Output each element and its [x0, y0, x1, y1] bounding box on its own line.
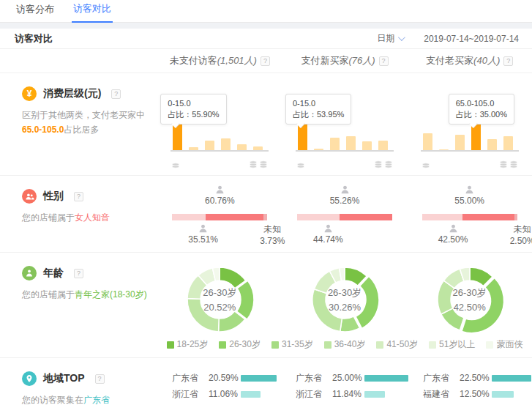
column-header-new-buyers: 支付新买家(76人)? — [282, 54, 408, 67]
gender-stacked-bar[interactable]: 55.26% 44.74% 未知 — [297, 185, 392, 249]
female-share: 55.26% — [297, 185, 392, 206]
help-icon[interactable]: ? — [74, 269, 83, 278]
gender-label-block: 性别 ? 您的店铺属于女人知音 — [0, 176, 157, 252]
help-icon[interactable]: ? — [379, 56, 389, 66]
legend-item[interactable]: 36-40岁 — [324, 338, 366, 351]
chevron-down-icon — [398, 34, 405, 41]
coins-low-icon — [171, 160, 180, 168]
row-region-top: 地域TOP ? 您的访客聚集在广东省 广东省 20.59% 浙江省 11 — [0, 358, 532, 405]
currency-yen-icon: ¥ — [22, 86, 37, 101]
legend-item[interactable]: 18-25岁 — [167, 338, 209, 351]
legend-item[interactable]: 26-30岁 — [219, 338, 261, 351]
tab-visitor-distribution[interactable]: 访客分布 — [15, 3, 56, 22]
coins-high-icon — [374, 160, 393, 168]
male-icon — [323, 223, 334, 234]
legend-swatch — [324, 341, 331, 349]
region-bar-list[interactable]: 广东省 20.59% 浙江省 11.06% — [172, 370, 281, 405]
region-row-partial — [423, 402, 532, 405]
column-header-count: (1,501人) — [217, 54, 257, 67]
row-gender: 性别 ? 您的店铺属于女人知音 60.76% 35.51% — [0, 176, 532, 253]
consumption-desc-highlight: 65.0-105.0 — [22, 125, 64, 135]
x-axis — [296, 150, 394, 152]
visitor-compare-panel: 访客对比 日期 2019-07-14~2019-07-14 未支付访客(1,50… — [0, 29, 532, 405]
male-icon — [198, 223, 209, 234]
age-donut-chart[interactable]: 26-30岁 30.26% — [308, 263, 381, 336]
age-donut-chart[interactable]: 26-30岁 20.52% — [183, 263, 256, 336]
gender-col-old: 55.00% 42.50% 未知 2.50% — [407, 176, 532, 252]
female-icon — [464, 185, 475, 195]
age-label-block: 年龄 ? 您的店铺属于青年之家(18-30岁) — [0, 253, 157, 336]
region-row: 福建省 12.50% — [423, 386, 532, 402]
region-row-partial — [172, 402, 281, 405]
consumption-desc-line1: 区别于其他两类，支付老买家中 — [22, 110, 145, 120]
date-type-label: 日期 — [377, 32, 394, 45]
female-icon — [214, 185, 225, 195]
column-header-unpaid: 未支付访客(1,501人)? — [157, 54, 282, 67]
help-icon[interactable]: ? — [111, 89, 121, 99]
coins-low-icon — [422, 160, 430, 168]
legend-swatch — [271, 341, 279, 349]
consumption-desc-suffix: 占比居多 — [64, 125, 99, 135]
region-bar-list[interactable]: 广东省 22.50% 福建省 12.50% — [423, 370, 532, 405]
legend-item[interactable]: 31-35岁 — [271, 338, 313, 351]
unknown-share: 未知 2.50% — [510, 223, 532, 247]
date-range-picker[interactable]: 2019-07-14~2019-07-14 — [424, 34, 519, 44]
tab-visitor-compare[interactable]: 访客对比 — [72, 2, 113, 23]
location-pin-icon — [22, 371, 37, 386]
legend-item[interactable]: 41-50岁 — [376, 338, 418, 351]
consumption-bar-chart[interactable]: 65.0-105.0 占比：35.00% — [421, 94, 519, 170]
legend-item[interactable]: 51岁以上 — [429, 338, 475, 351]
gender-stacked-bar[interactable]: 60.76% 35.51% 未知 3.73% — [172, 185, 267, 249]
legend-swatch — [167, 341, 174, 349]
legend-item[interactable]: 蒙面侠 — [486, 338, 522, 351]
region-col-old: 广东省 22.50% 福建省 12.50% — [408, 358, 532, 405]
region-row-partial — [296, 402, 408, 405]
column-header-old-buyers: 支付老买家(40人)? — [407, 54, 532, 67]
region-col-unpaid: 广东省 20.59% 浙江省 11.06% — [157, 358, 281, 405]
region-col-new: 广东省 25.00% 浙江省 11.84% — [281, 358, 408, 405]
age-col-unpaid: 26-30岁 20.52% — [157, 253, 282, 336]
row-age: 年龄 ? 您的店铺属于青年之家(18-30岁) 26-30岁 20.52% — [0, 253, 532, 358]
column-header-label: 支付新买家 — [301, 54, 348, 67]
consumption-col-old: 65.0-105.0 占比：35.00% — [407, 73, 532, 175]
consumption-col-new: 0-15.0 占比：53.95% — [282, 73, 408, 175]
age-col-old: 26-30岁 42.50% — [407, 253, 532, 336]
consumption-col-unpaid: 0-15.0 占比：55.90% — [157, 73, 282, 175]
chart-tooltip: 0-15.0 占比：55.90% — [160, 94, 226, 125]
consumption-bar-chart[interactable]: 0-15.0 占比：55.90% — [171, 94, 269, 170]
coins-high-icon — [499, 160, 518, 168]
date-type-dropdown[interactable]: 日期 — [377, 32, 403, 45]
region-row: 浙江省 11.84% — [296, 386, 408, 402]
help-icon[interactable]: ? — [95, 374, 105, 384]
region-title: 地域TOP — [43, 372, 85, 385]
legend-swatch — [486, 341, 493, 349]
age-col-new: 26-30岁 30.26% — [282, 253, 408, 336]
region-bar-list[interactable]: 广东省 25.00% 浙江省 11.84% — [296, 370, 408, 405]
region-desc: 您的访客聚集在广东省 — [22, 393, 151, 405]
x-axis — [421, 150, 519, 152]
column-header-label: 未支付访客 — [170, 54, 217, 67]
legend-swatch — [376, 341, 383, 349]
help-icon[interactable]: ? — [503, 56, 513, 66]
female-share: 60.76% — [172, 185, 267, 206]
help-icon[interactable]: ? — [74, 192, 83, 201]
consumption-label-block: ¥ 消费层级(元) ? 区别于其他两类，支付老买家中 65.0-105.0占比居… — [0, 73, 157, 175]
male-icon — [448, 223, 459, 234]
consumption-bar-chart[interactable]: 0-15.0 占比：53.95% — [296, 94, 394, 170]
column-header-count: (40人) — [473, 54, 500, 67]
gender-title: 性别 — [43, 190, 64, 203]
chart-tooltip: 0-15.0 占比：53.95% — [285, 94, 351, 125]
visitor-compare-page: 访客分布 访客对比 访客对比 日期 2019-07-14~2019-07-14 … — [0, 0, 532, 405]
help-icon[interactable]: ? — [261, 56, 270, 66]
region-label-block: 地域TOP ? 您的访客聚集在广东省 — [0, 358, 157, 405]
age-donut-chart[interactable]: 26-30岁 42.50% — [433, 263, 506, 336]
unknown-share: 未知 3.73% — [260, 223, 285, 247]
consumption-desc: 区别于其他两类，支付老买家中 65.0-105.0占比居多 — [22, 108, 151, 137]
legend-swatch — [219, 341, 226, 349]
coins-high-icon — [249, 160, 268, 168]
gender-col-new: 55.26% 44.74% 未知 — [282, 176, 408, 252]
region-row: 浙江省 11.06% — [172, 386, 281, 402]
male-share: 35.51% — [188, 223, 218, 245]
gender-stacked-bar[interactable]: 55.00% 42.50% 未知 2.50% — [422, 185, 517, 249]
panel-header: 访客对比 日期 2019-07-14~2019-07-14 — [0, 29, 532, 49]
